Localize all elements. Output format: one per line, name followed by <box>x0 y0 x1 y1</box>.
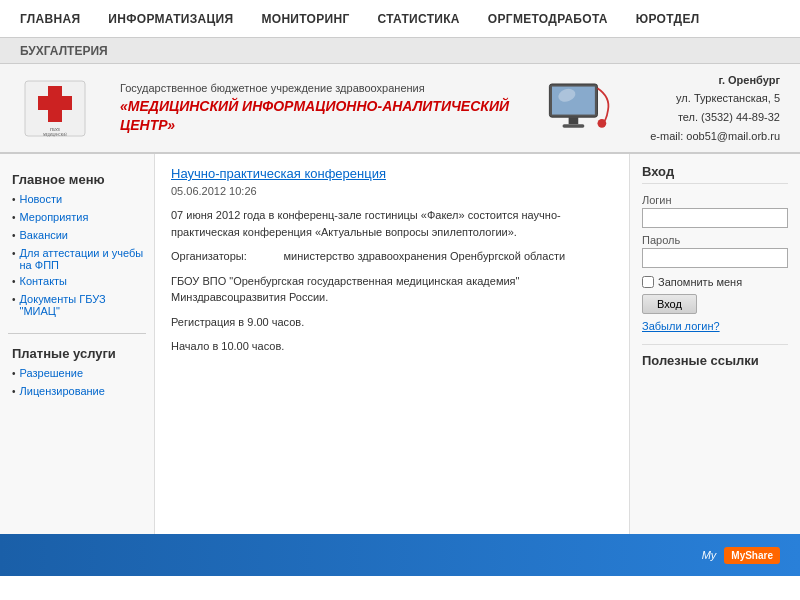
sidebar-divider <box>8 333 146 334</box>
header-banner: ГБУЗ МЕДИЦИНСКИЙ Государственное бюджетн… <box>0 64 800 154</box>
sidebar-item-attestation[interactable]: Для аттестации и учебы на ФПП <box>12 245 146 273</box>
login-input[interactable] <box>642 208 788 228</box>
org-value1: министерство здравоохранения Оренбургско… <box>284 250 566 262</box>
bottom-logo: My MyShare <box>702 547 780 564</box>
main-content: Главное меню Новости Мероприятия Ваканси… <box>0 154 800 534</box>
svg-rect-2 <box>38 96 72 110</box>
password-label: Пароль <box>642 234 788 246</box>
login-button[interactable]: Вход <box>642 294 697 314</box>
article-text1: 07 июня 2012 года в конференц-зале гости… <box>171 207 613 240</box>
svg-point-10 <box>598 119 607 128</box>
bottom-logo-text: My <box>702 549 717 561</box>
myshare-badge: MyShare <box>724 547 780 564</box>
org-title-main: «МЕДИЦИНСКИЙ ИНФОРМАЦИОННО-АНАЛИТИЧЕСКИЙ… <box>120 97 530 133</box>
paid-menu-list: Разрешение Лицензирование <box>0 365 154 411</box>
org-info: Государственное бюджетное учреждение здр… <box>110 82 530 133</box>
article-org-value2: ГБОУ ВПО "Оренбургская государственная м… <box>171 273 613 306</box>
bottom-bar: My MyShare <box>0 534 800 576</box>
sidebar-item-permission[interactable]: Разрешение <box>12 365 146 383</box>
login-label: Логин <box>642 194 788 206</box>
remember-row: Запомнить меня <box>642 276 788 288</box>
svg-rect-9 <box>563 124 585 128</box>
paid-title: Платные услуги <box>0 338 154 365</box>
svg-text:МЕДИЦИНСКИЙ: МЕДИЦИНСКИЙ <box>43 132 66 137</box>
article-reg-time: Регистрация в 9.00 часов. <box>171 314 613 331</box>
main-menu-title: Главное меню <box>0 164 154 191</box>
useful-links-title: Полезные ссылки <box>642 344 788 368</box>
nav-info[interactable]: ИНФОРМАТИЗАЦИЯ <box>108 12 233 26</box>
sidebar-item-licensing[interactable]: Лицензирование <box>12 383 146 401</box>
nav-org[interactable]: ОРГМЕТОДРАБОТА <box>488 12 608 26</box>
svg-rect-8 <box>569 117 579 124</box>
article-org-row: Организаторы: министерство здравоохранен… <box>171 248 613 265</box>
article-title[interactable]: Научно-практическая конференция <box>171 166 613 181</box>
computer-icon <box>545 78 615 138</box>
contact-city: г. Оренбург <box>650 71 780 90</box>
login-title: Вход <box>642 164 788 184</box>
nav-monitor[interactable]: МОНИТОРИНГ <box>261 12 349 26</box>
svg-text:ГБУЗ: ГБУЗ <box>50 127 60 132</box>
sidebar-item-vacancies[interactable]: Вакансии <box>12 227 146 245</box>
gbuz-logo: ГБУЗ МЕДИЦИНСКИЙ <box>20 76 90 141</box>
forgot-link[interactable]: Забыли логин? <box>642 320 788 332</box>
subnav-label: БУХГАЛТЕРИЯ <box>20 44 108 58</box>
article-area: Научно-практическая конференция 05.06.20… <box>155 154 630 534</box>
sidebar-item-documents[interactable]: Документы ГБУЗ "МИАЦ" <box>12 291 146 319</box>
nav-legal[interactable]: ЮРОТДЕЛ <box>636 12 700 26</box>
article-start-time: Начало в 10.00 часов. <box>171 338 613 355</box>
main-menu-list: Новости Мероприятия Вакансии Для аттеста… <box>0 191 154 329</box>
nav-home[interactable]: ГЛАВНАЯ <box>20 12 80 26</box>
article-body: 07 июня 2012 года в конференц-зале гости… <box>171 207 613 355</box>
sidebar-item-news[interactable]: Новости <box>12 191 146 209</box>
remember-label: Запомнить меня <box>658 276 742 288</box>
sidebar: Главное меню Новости Мероприятия Ваканси… <box>0 154 155 534</box>
sidebar-item-events[interactable]: Мероприятия <box>12 209 146 227</box>
remember-checkbox[interactable] <box>642 276 654 288</box>
password-input[interactable] <box>642 248 788 268</box>
sub-navigation: БУХГАЛТЕРИЯ <box>0 38 800 64</box>
nav-stats[interactable]: СТАТИСТИКА <box>378 12 460 26</box>
contact-email: e-mail: oob51@mail.orb.ru <box>650 127 780 146</box>
org-title-small: Государственное бюджетное учреждение здр… <box>120 82 530 94</box>
sidebar-item-contacts[interactable]: Контакты <box>12 273 146 291</box>
org-label: Организаторы: <box>171 250 247 262</box>
login-panel: Вход Логин Пароль Запомнить меня Вход За… <box>630 154 800 534</box>
contact-address: ул. Туркестанская, 5 <box>650 89 780 108</box>
contact-phone: тел. (3532) 44-89-32 <box>650 108 780 127</box>
logo-block: ГБУЗ МЕДИЦИНСКИЙ <box>20 76 90 141</box>
top-navigation: ГЛАВНАЯ ИНФОРМАТИЗАЦИЯ МОНИТОРИНГ СТАТИС… <box>0 0 800 38</box>
contact-block: г. Оренбург ул. Туркестанская, 5 тел. (3… <box>650 71 780 146</box>
article-date: 05.06.2012 10:26 <box>171 185 613 197</box>
